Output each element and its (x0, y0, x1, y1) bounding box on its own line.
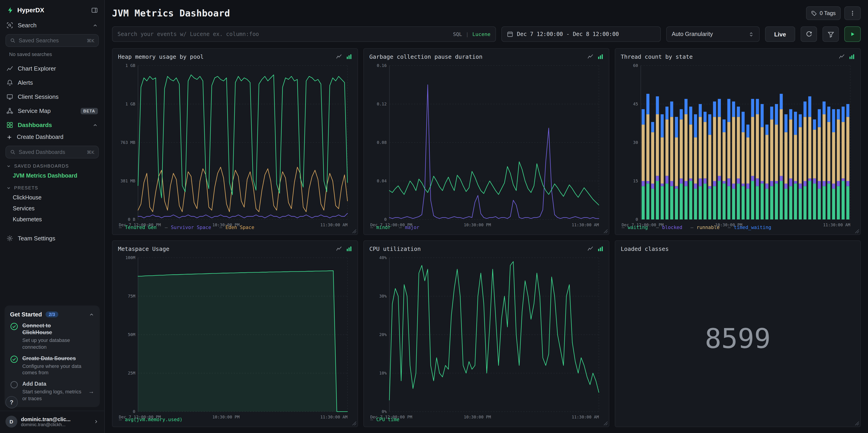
section-saved-dashboards[interactable]: SAVED DASHBOARDS (0, 159, 104, 170)
legend-dash: — (656, 224, 659, 230)
resize-handle[interactable] (603, 229, 608, 234)
line-chart-toggle-icon[interactable] (336, 246, 342, 252)
panel-cpu-utilization: CPU utilization 40%30%20%10%0%Dec 7 12:0… (364, 240, 609, 427)
page-title: JVM Metrics Dashboard (112, 8, 802, 19)
resize-handle[interactable] (352, 421, 356, 426)
svg-text:60: 60 (633, 63, 638, 68)
sidebar-item-label: Chart Explorer (18, 65, 98, 72)
chevron-up-icon[interactable] (89, 312, 94, 317)
beta-badge: BETA (81, 108, 98, 114)
sidebar-item-service-map[interactable]: Service Map BETA (0, 104, 104, 118)
legend-item[interactable]: —waiting (622, 224, 648, 230)
bar-chart-toggle-icon[interactable] (597, 246, 603, 252)
line-chart-toggle-icon[interactable] (587, 246, 593, 252)
tags-button[interactable]: 0 Tags (806, 6, 841, 20)
resize-handle[interactable] (855, 229, 859, 234)
search-icon (10, 38, 16, 43)
panel-gc-pause: Garbage collection pause duration 0.160.… (364, 48, 609, 235)
live-button[interactable]: Live (765, 26, 795, 42)
tag-icon (811, 10, 817, 16)
saved-dashboards-input[interactable]: ⌘K (5, 146, 99, 158)
svg-text:0.08: 0.08 (377, 140, 386, 145)
get-started-step[interactable]: Connect to ClickHouse Set up your databa… (10, 322, 94, 350)
resize-handle[interactable] (603, 421, 608, 426)
sidebar-item-chart-explorer[interactable]: Chart Explorer (0, 61, 104, 75)
svg-text:30: 30 (633, 140, 638, 145)
cpu-utilization-chart[interactable]: 40%30%20%10%0%Dec 7 12:00:00 PM10:30:00 … (369, 254, 603, 414)
svg-text:20%: 20% (379, 332, 386, 337)
sidebar-item-clickhouse[interactable]: ClickHouse (0, 192, 104, 203)
legend-label: Tenured Gen (125, 224, 157, 230)
legend-item[interactable]: —minor (370, 224, 391, 230)
event-search-bar[interactable]: SQL | Lucene (112, 26, 496, 42)
sidebar-item-team-settings[interactable]: Team Settings (0, 231, 104, 245)
select-chevrons-icon (748, 31, 754, 37)
line-chart-toggle-icon[interactable] (336, 54, 342, 60)
legend-item[interactable]: —runnable (690, 224, 719, 230)
bar-chart-toggle-icon[interactable] (597, 54, 603, 60)
panel-metaspace: Metaspace Usage 100M75M50M25M0Dec 7 12:0… (112, 240, 358, 427)
create-dashboard-button[interactable]: Create Dashboard (0, 132, 104, 144)
legend-item[interactable]: —Tenured Gen (119, 224, 157, 230)
create-dashboard-label: Create Dashboard (17, 134, 98, 140)
refresh-icon (805, 31, 812, 37)
legend-item[interactable]: —Survivor Space (165, 224, 211, 230)
heap-memory-chart[interactable]: 1 GB1 GB763 MB381 MB0 BDec 7 12:00:00 PM… (118, 62, 352, 222)
resize-handle[interactable] (352, 229, 356, 234)
legend-item[interactable]: —timed_waiting (728, 224, 771, 230)
legend-item[interactable]: —avg(jvm.memory.used) (119, 416, 183, 422)
legend-item[interactable]: —Eden Space (219, 224, 254, 230)
run-query-button[interactable] (844, 26, 861, 42)
lucene-toggle[interactable]: Lucene (472, 31, 491, 37)
svg-text:0.04: 0.04 (377, 179, 386, 183)
legend-label: runnable (696, 224, 719, 230)
sql-toggle[interactable]: SQL (453, 31, 462, 37)
filter-button[interactable] (823, 26, 839, 42)
sidebar-item-alerts[interactable]: Alerts (0, 75, 104, 90)
svg-text:75M: 75M (128, 294, 135, 299)
thread-count-chart[interactable]: 604530150Dec 7 12:00:00 PM10:30:00 PM11:… (621, 62, 855, 222)
bar-chart-toggle-icon[interactable] (346, 54, 352, 60)
resize-handle[interactable] (855, 421, 859, 426)
legend-item[interactable]: —CPU time (370, 416, 399, 422)
bar-chart-toggle-icon[interactable] (346, 246, 352, 252)
chevron-down-icon (6, 186, 11, 190)
sidebar-item-client-sessions[interactable]: Client Sessions (0, 90, 104, 104)
legend-item[interactable]: —major (399, 224, 420, 230)
legend-label: major (405, 224, 420, 230)
bar-chart-toggle-icon[interactable] (849, 54, 855, 60)
legend-item[interactable]: —blocked (656, 224, 682, 230)
metaspace-chart[interactable]: 100M75M50M25M0Dec 7 12:00:00 PM10:30:00 … (118, 254, 352, 414)
panel-title: Heap memory usage by pool (118, 53, 332, 60)
avatar: D (5, 416, 17, 428)
line-chart-toggle-icon[interactable] (839, 54, 845, 60)
sidebar-item-kubernetes[interactable]: Kubernetes (0, 214, 104, 225)
gc-pause-chart[interactable]: 0.160.120.080.040Dec 7 12:00:00 PM10:30:… (369, 62, 603, 222)
granularity-select[interactable]: Auto Granularity (666, 26, 760, 42)
get-started-step[interactable]: Add Data Start sending logs, metrics or … (10, 381, 94, 402)
legend-label: CPU time (376, 416, 399, 422)
line-chart-toggle-icon[interactable] (587, 54, 593, 60)
legend-label: blocked (662, 224, 682, 230)
sidebar-item-search[interactable]: Search (0, 18, 104, 32)
panel-title: Metaspace Usage (118, 245, 332, 252)
refresh-button[interactable] (801, 26, 817, 42)
lang-divider: | (466, 31, 469, 37)
event-search-input[interactable] (118, 31, 450, 37)
sidebar-item-services[interactable]: Services (0, 203, 104, 214)
get-started-step[interactable]: Create Data Sources Configure where your… (10, 355, 94, 376)
time-range-picker[interactable]: Dec 7 12:00:00 - Dec 8 12:00:00 (501, 26, 661, 42)
shortcut-hint: ⌘K (87, 38, 94, 43)
dashboard-menu-button[interactable] (844, 6, 861, 20)
user-menu[interactable]: D dominic.tran@clic... dominic.tran@clic… (0, 411, 104, 433)
help-button[interactable]: ? (5, 396, 18, 408)
saved-searches-field[interactable] (19, 37, 84, 44)
svg-text:15: 15 (633, 179, 638, 183)
sidebar-item-dashboards[interactable]: Dashboards (0, 118, 104, 132)
sidebar-collapse-icon[interactable] (91, 7, 98, 13)
svg-text:763 MB: 763 MB (120, 140, 135, 145)
saved-dashboards-field[interactable] (19, 149, 84, 155)
section-presets[interactable]: PRESETS (0, 181, 104, 192)
saved-searches-input[interactable]: ⌘K (5, 34, 99, 47)
sidebar-item-jvm-metrics-dashboard[interactable]: JVM Metrics Dashboard (0, 170, 104, 181)
